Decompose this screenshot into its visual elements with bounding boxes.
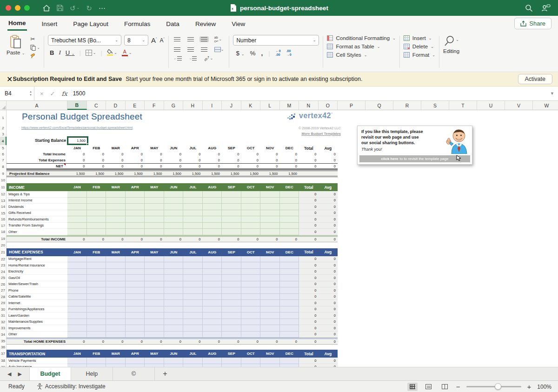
row-number-9[interactable]: 9 (0, 170, 7, 177)
cell[interactable]: 0 (299, 237, 319, 242)
cell[interactable] (87, 204, 106, 210)
cell[interactable]: 0 (67, 339, 87, 344)
cell[interactable] (319, 171, 338, 176)
row-number-34[interactable]: 34 (0, 332, 7, 338)
row-number-33[interactable]: 33 (0, 325, 7, 332)
column-header-N[interactable]: N (299, 101, 319, 110)
cell[interactable] (145, 269, 164, 275)
cell[interactable] (106, 256, 126, 263)
cell[interactable] (203, 269, 222, 275)
cell[interactable] (260, 306, 280, 313)
cell[interactable]: 0 (319, 300, 338, 306)
cell[interactable] (203, 262, 222, 269)
row-number-5[interactable]: 5 (0, 145, 7, 151)
cell[interactable] (67, 191, 87, 198)
close-window-button[interactable] (6, 5, 11, 11)
cell[interactable] (145, 294, 164, 300)
formula-input[interactable]: 1500 (73, 90, 550, 97)
cell[interactable] (241, 332, 261, 338)
column-header-Q[interactable]: Q (365, 101, 393, 110)
cell[interactable] (222, 364, 241, 367)
column-header-R[interactable]: R (393, 101, 421, 110)
column-header-S[interactable]: S (421, 101, 449, 110)
cell[interactable] (145, 262, 164, 269)
align-middle-button[interactable] (186, 36, 195, 42)
cell[interactable] (106, 204, 126, 210)
cell[interactable] (145, 210, 164, 217)
cell[interactable] (222, 275, 241, 281)
column-header-H[interactable]: H (183, 101, 203, 110)
cell[interactable] (241, 281, 261, 288)
cell[interactable] (145, 229, 164, 235)
tab-view[interactable]: View (231, 17, 246, 30)
cell[interactable]: 0 (319, 269, 338, 275)
cell[interactable]: 0 (183, 164, 203, 168)
cut-button[interactable]: ✂ (30, 36, 40, 42)
cell[interactable] (106, 198, 126, 204)
cell[interactable]: 0 (67, 151, 87, 157)
cell[interactable] (280, 191, 299, 198)
cell[interactable] (183, 229, 203, 235)
column-header-D[interactable]: D (106, 101, 126, 110)
row-number-6[interactable]: 6 (0, 151, 7, 157)
cell[interactable]: 0 (299, 339, 319, 344)
number-format-select[interactable]: Number⌄ (233, 35, 319, 46)
cell[interactable] (164, 210, 184, 217)
cell[interactable] (145, 319, 164, 326)
cell[interactable] (106, 319, 126, 326)
cell[interactable]: 0 (164, 164, 184, 168)
more-commands-icon[interactable]: ⋯ (99, 5, 106, 12)
cell[interactable] (126, 364, 145, 367)
cell[interactable]: 0 (299, 325, 319, 332)
cell[interactable]: 0 (319, 256, 338, 263)
cell[interactable]: 0 (280, 237, 299, 242)
tab-page-layout[interactable]: Page Layout (72, 17, 109, 30)
cell[interactable] (145, 364, 164, 367)
zoom-out-button[interactable]: − (456, 383, 460, 391)
cell[interactable] (126, 319, 145, 326)
banner-close-icon[interactable]: ✕ (7, 75, 13, 84)
cell[interactable] (67, 358, 87, 364)
tab-insert[interactable]: Insert (41, 17, 59, 30)
cell[interactable]: 0 (299, 229, 319, 235)
cell[interactable]: 1,500 (280, 171, 299, 176)
cell[interactable] (106, 191, 126, 198)
row-number-35[interactable]: 35 (0, 338, 7, 345)
cell[interactable] (145, 198, 164, 204)
share-button[interactable]: Share (514, 18, 551, 29)
column-header-P[interactable]: P (338, 101, 365, 110)
row-number-25[interactable]: 25 (0, 275, 7, 281)
row-number-10[interactable]: 10 (0, 177, 7, 183)
cell[interactable] (67, 312, 87, 319)
cell[interactable] (126, 306, 145, 313)
column-header-O[interactable]: O (319, 101, 338, 110)
cell[interactable]: 0 (299, 256, 319, 263)
cell[interactable] (87, 364, 106, 367)
cell[interactable] (87, 312, 106, 319)
cell[interactable] (260, 223, 280, 229)
row-number-38[interactable]: 38 (0, 358, 7, 364)
cell[interactable] (241, 198, 261, 204)
italic-button[interactable]: I (59, 49, 60, 56)
font-size-select[interactable]: 8⌄ (124, 35, 148, 46)
cell[interactable]: 1,500 (67, 171, 87, 176)
cell[interactable] (183, 269, 203, 275)
cell[interactable] (126, 191, 145, 198)
font-color-button[interactable]: A ⌄ (122, 49, 132, 56)
cell[interactable] (241, 216, 261, 223)
cell[interactable] (222, 229, 241, 235)
cell[interactable] (241, 364, 261, 367)
cell[interactable]: 0 (126, 237, 145, 242)
cell[interactable] (164, 325, 184, 332)
cell[interactable] (260, 275, 280, 281)
cell[interactable] (126, 312, 145, 319)
cell[interactable] (164, 229, 184, 235)
column-header-E[interactable]: E (126, 101, 145, 110)
cell[interactable] (67, 306, 87, 313)
cell[interactable] (145, 204, 164, 210)
row-number-23[interactable]: 23 (0, 262, 7, 269)
cell[interactable]: 1,500 (126, 171, 145, 176)
cell[interactable] (260, 332, 280, 338)
cell[interactable] (203, 358, 222, 364)
cell[interactable] (260, 312, 280, 319)
